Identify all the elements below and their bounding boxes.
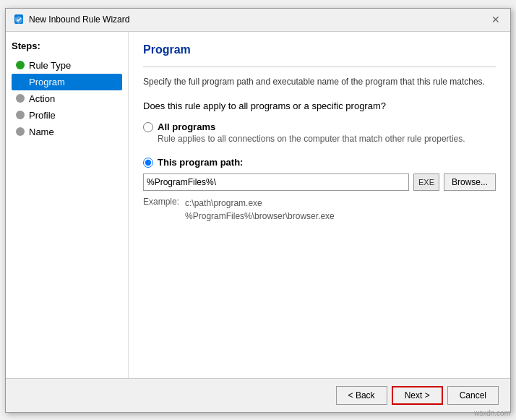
footer: < Back Next > Cancel	[6, 378, 510, 412]
step-dot-name	[16, 127, 25, 136]
title-bar-left: New Inbound Rule Wizard	[13, 14, 129, 25]
example-row: Example: c:\path\program.exe %ProgramFil…	[143, 197, 496, 223]
sidebar-item-rule-type[interactable]: Rule Type	[12, 57, 122, 74]
radio-group: All programs Rule applies to all connect…	[143, 121, 496, 223]
all-programs-option: All programs Rule applies to all connect…	[143, 121, 496, 144]
shield-icon	[13, 14, 25, 25]
all-programs-row: All programs	[143, 121, 496, 132]
example-line2: %ProgramFiles%\browser\browser.exe	[185, 211, 335, 221]
exe-badge: EXE	[413, 173, 439, 191]
example-label: Example:	[143, 197, 179, 223]
this-program-row: This program path:	[143, 157, 496, 168]
browse-button[interactable]: Browse...	[444, 173, 496, 191]
sidebar-label-action: Action	[29, 93, 55, 104]
step-dot-program	[16, 77, 25, 86]
program-path-input[interactable]	[143, 173, 409, 191]
content-area: Steps: Rule Type Program Action Profile …	[6, 32, 510, 378]
this-program-label: This program path:	[158, 157, 243, 168]
wizard-window: New Inbound Rule Wizard ✕ Steps: Rule Ty…	[5, 8, 511, 413]
close-button[interactable]: ✕	[489, 12, 503, 27]
watermark: wsxdn.com	[474, 409, 510, 417]
question-text: Does this rule apply to all programs or …	[143, 100, 496, 111]
separator	[143, 67, 496, 67]
title-bar-title: New Inbound Rule Wizard	[29, 14, 129, 25]
all-programs-desc: Rule applies to all connections on the c…	[158, 134, 496, 144]
sidebar-item-profile[interactable]: Profile	[12, 107, 122, 124]
this-program-option: This program path: EXE Browse... Example…	[143, 157, 496, 223]
step-dot-rule-type	[16, 61, 25, 69]
sidebar-item-name[interactable]: Name	[12, 124, 122, 140]
steps-label: Steps:	[12, 40, 122, 51]
step-dot-action	[16, 94, 25, 103]
cancel-button[interactable]: Cancel	[447, 386, 499, 405]
back-button[interactable]: < Back	[336, 386, 387, 405]
page-description: Specify the full program path and execut…	[143, 76, 496, 88]
example-values: c:\path\program.exe %ProgramFiles%\brows…	[185, 197, 335, 223]
all-programs-radio[interactable]	[143, 122, 153, 132]
example-line1: c:\path\program.exe	[185, 198, 262, 208]
sidebar-item-action[interactable]: Action	[12, 90, 122, 107]
sidebar-label-program: Program	[29, 77, 65, 87]
step-dot-profile	[16, 111, 25, 119]
program-path-input-row: EXE Browse...	[143, 173, 496, 191]
all-programs-label: All programs	[158, 121, 215, 132]
this-program-radio[interactable]	[143, 158, 153, 168]
sidebar-label-name: Name	[29, 127, 54, 137]
main-panel: Program Specify the full program path an…	[129, 32, 510, 378]
title-bar: New Inbound Rule Wizard ✕	[6, 9, 510, 32]
next-button[interactable]: Next >	[392, 386, 443, 405]
page-title: Program	[143, 43, 496, 56]
sidebar-label-rule-type: Rule Type	[29, 60, 71, 71]
sidebar-item-program[interactable]: Program	[12, 74, 122, 90]
sidebar-label-profile: Profile	[29, 110, 56, 121]
sidebar: Steps: Rule Type Program Action Profile …	[6, 32, 129, 378]
